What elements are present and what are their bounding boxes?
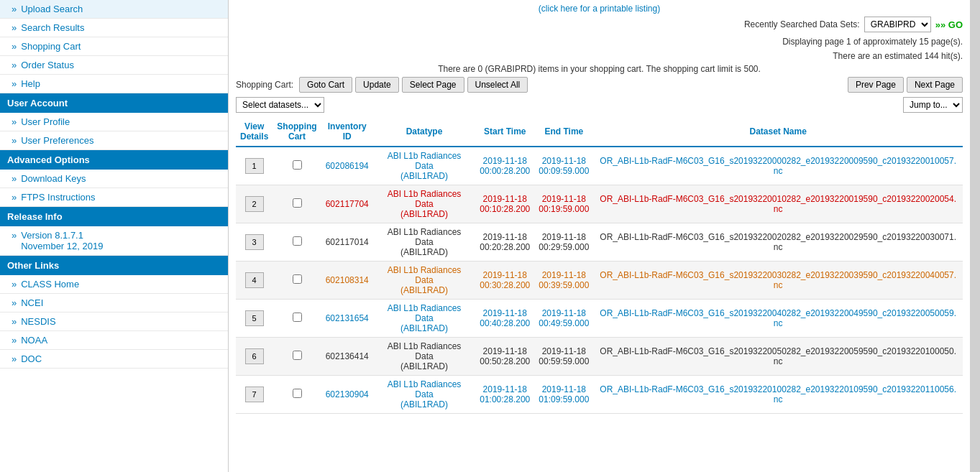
sidebar-item-class-home[interactable]: CLASS Home: [0, 275, 228, 294]
sidebar-item-ncei[interactable]: NCEI: [0, 294, 228, 313]
jump-to-dropdown[interactable]: Jump to...: [903, 97, 963, 113]
go-button[interactable]: GO: [935, 19, 963, 30]
inventory-id-link[interactable]: 602131654: [326, 313, 369, 323]
start-time-cell: 2019-11-1800:00:28.200: [475, 147, 534, 185]
advanced-options-header: Advanced Options: [0, 150, 228, 170]
cart-checkbox[interactable]: [293, 351, 302, 360]
col-dataset-name: Dataset Name: [593, 117, 963, 147]
dataset-row: Recently Searched Data Sets: GRABIPRD GO: [236, 17, 963, 32]
shopping-cart-cell: [273, 338, 321, 376]
end-time-cell: 2019-11-1800:19:59.000: [534, 185, 593, 223]
view-details-cell: 4: [236, 262, 273, 300]
datatype-cell: ABI L1b Radiances Data(ABIL1RAD): [373, 300, 475, 338]
dataset-name-cell: OR_ABI-L1b-RadF-M6C03_G16_s2019322010028…: [593, 376, 963, 414]
datatype-cell: ABI L1b Radiances Data(ABIL1RAD): [373, 223, 475, 262]
dataset-name-cell: OR_ABI-L1b-RadF-M6C03_G16_s2019322005028…: [593, 338, 963, 376]
view-details-button[interactable]: 7: [245, 387, 264, 402]
view-details-cell: 1: [236, 147, 273, 185]
inventory-id-link[interactable]: 602117014: [326, 237, 369, 247]
sidebar-item-user-profile[interactable]: User Profile: [0, 113, 228, 131]
sidebar-label: Order Status: [21, 60, 74, 70]
cart-checkbox[interactable]: [293, 236, 302, 246]
sidebar-item-help[interactable]: Help: [0, 75, 228, 93]
sidebar-label: NCEI: [21, 297, 43, 308]
inventory-id-link[interactable]: 602117704: [326, 199, 369, 209]
goto-cart-button[interactable]: Goto Cart: [299, 77, 352, 93]
datatype-cell: ABI L1b Radiances Data(ABIL1RAD): [373, 376, 475, 414]
sidebar-item-version[interactable]: Version 8.1.7.1November 12, 2019: [0, 226, 228, 256]
page-info-2: There are an estimated 144 hit(s).: [236, 50, 963, 63]
printable-link[interactable]: (click here for a printable listing): [236, 4, 963, 14]
sidebar-item-noaa[interactable]: NOAA: [0, 331, 228, 350]
other-links-header: Other Links: [0, 256, 228, 275]
inventory-id-cell: 602117014: [321, 223, 373, 262]
col-end-time: End Time: [534, 117, 593, 147]
view-details-button[interactable]: 1: [245, 158, 264, 174]
inventory-id-link[interactable]: 602108314: [326, 275, 369, 285]
sidebar: Upload Search Search Results Shopping Ca…: [0, 0, 229, 472]
sidebar-label: User Profile: [21, 116, 70, 127]
end-time-cell: 2019-11-1800:09:59.000: [534, 147, 593, 185]
dataset-select[interactable]: GRABIPRD: [864, 17, 931, 32]
shopping-cart-label: Shopping Cart:: [236, 80, 293, 90]
table-row: 1602086194ABI L1b Radiances Data(ABIL1RA…: [236, 147, 963, 185]
view-details-button[interactable]: 5: [245, 310, 264, 326]
sidebar-item-nesdis[interactable]: NESDIS: [0, 313, 228, 331]
select-datasets-dropdown[interactable]: Select datasets...: [236, 97, 324, 113]
inventory-id-cell: 602108314: [321, 262, 373, 300]
results-table: ViewDetails ShoppingCart InventoryID Dat…: [236, 117, 963, 414]
shopping-cart-cell: [273, 147, 321, 185]
sidebar-label: User Preferences: [21, 135, 93, 146]
start-time-cell: 2019-11-1800:10:28.200: [475, 185, 534, 223]
inventory-id-link[interactable]: 602136414: [326, 351, 369, 361]
end-time-cell: 2019-11-1800:59:59.000: [534, 338, 593, 376]
page-info-1: Displaying page 1 of approximately 15 pa…: [236, 35, 963, 48]
datatype-cell: ABI L1b Radiances Data(ABIL1RAD): [373, 262, 475, 300]
sidebar-item-doc[interactable]: DOC: [0, 350, 228, 369]
unselect-all-button[interactable]: Unselect All: [467, 77, 528, 93]
end-time-cell: 2019-11-1800:39:59.000: [534, 262, 593, 300]
cart-checkbox[interactable]: [293, 160, 302, 170]
end-time-cell: 2019-11-1800:29:59.000: [534, 223, 593, 262]
sidebar-label: Help: [21, 78, 40, 89]
sidebar-label: Shopping Cart: [21, 41, 81, 52]
shopping-cart-cell: [273, 185, 321, 223]
end-time-cell: 2019-11-1801:09:59.000: [534, 376, 593, 414]
sidebar-item-download-keys[interactable]: Download Keys: [0, 170, 228, 188]
version-label: Version 8.1.7.1November 12, 2019: [21, 230, 103, 251]
view-details-button[interactable]: 4: [245, 272, 264, 288]
scrollbar[interactable]: [970, 0, 980, 472]
sidebar-item-upload-search[interactable]: Upload Search: [0, 0, 228, 19]
inventory-id-link[interactable]: 602130904: [326, 389, 369, 399]
sidebar-item-order-status[interactable]: Order Status: [0, 56, 228, 75]
table-row: 2602117704ABI L1b Radiances Data(ABIL1RA…: [236, 185, 963, 223]
inventory-id-cell: 602117704: [321, 185, 373, 223]
col-view-details: ViewDetails: [236, 117, 273, 147]
cart-checkbox[interactable]: [293, 274, 302, 284]
start-time-cell: 2019-11-1800:30:28.200: [475, 262, 534, 300]
cart-checkbox[interactable]: [293, 389, 302, 398]
table-row: 7602130904ABI L1b Radiances Data(ABIL1RA…: [236, 376, 963, 414]
sidebar-item-ftps-instructions[interactable]: FTPS Instructions: [0, 188, 228, 207]
cart-checkbox[interactable]: [293, 313, 302, 322]
inventory-id-cell: 602130904: [321, 376, 373, 414]
start-time-cell: 2019-11-1800:40:28.200: [475, 300, 534, 338]
update-button[interactable]: Update: [355, 77, 399, 93]
view-details-button[interactable]: 3: [245, 234, 264, 250]
sidebar-item-shopping-cart[interactable]: Shopping Cart: [0, 37, 228, 56]
sidebar-item-search-results[interactable]: Search Results: [0, 19, 228, 37]
view-details-cell: 6: [236, 338, 273, 376]
view-details-button[interactable]: 2: [245, 196, 264, 212]
prev-page-button[interactable]: Prev Page: [848, 77, 904, 93]
shopping-cart-cell: [273, 376, 321, 414]
release-info-header: Release Info: [0, 207, 228, 226]
inventory-id-link[interactable]: 602086194: [326, 161, 369, 171]
sidebar-item-user-preferences[interactable]: User Preferences: [0, 131, 228, 150]
sidebar-label: NESDIS: [21, 316, 55, 327]
table-row: 3602117014ABI L1b Radiances Data(ABIL1RA…: [236, 223, 963, 262]
next-page-button[interactable]: Next Page: [907, 77, 963, 93]
view-details-button[interactable]: 6: [245, 348, 264, 364]
start-time-cell: 2019-11-1800:20:28.200: [475, 223, 534, 262]
cart-checkbox[interactable]: [293, 198, 302, 208]
select-page-button[interactable]: Select Page: [402, 77, 464, 93]
